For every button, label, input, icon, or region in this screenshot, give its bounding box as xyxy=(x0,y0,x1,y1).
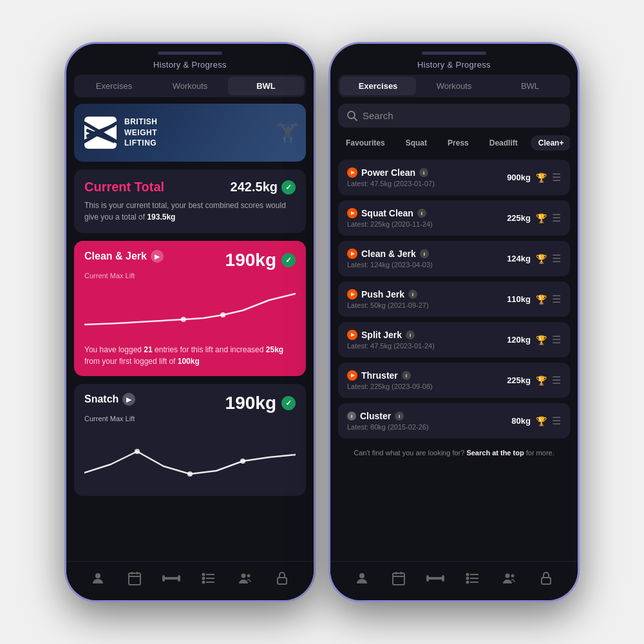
snatch-card: Snatch ▶ 190kg ✓ Current Max Lift xyxy=(74,384,306,496)
info-icon-push-jerk[interactable]: i xyxy=(408,290,417,299)
bwl-banner: BRITISH WEIGHT LIFTING 🏋️ xyxy=(74,104,306,162)
nav-person-left[interactable] xyxy=(89,569,107,587)
info-icon-clean-jerk[interactable]: i xyxy=(420,249,429,258)
svg-rect-34 xyxy=(442,575,444,582)
snatch-check-icon: ✓ xyxy=(281,396,296,410)
nav-barbell-left[interactable] xyxy=(162,569,180,587)
list-icon-cluster[interactable]: ☰ xyxy=(552,415,561,427)
play-icon-split-jerk[interactable]: ▶ xyxy=(347,330,357,340)
clean-jerk-name: Clean & Jerk ▶ xyxy=(84,250,164,263)
clean-jerk-arrow-icon[interactable]: ▶ xyxy=(151,250,164,263)
nav-list-right[interactable] xyxy=(464,569,482,587)
snatch-name: Snatch ▶ xyxy=(84,393,135,406)
notch-right xyxy=(330,44,578,57)
trophy-icon-cluster: 🏆 xyxy=(536,416,547,426)
nav-person-right[interactable] xyxy=(353,569,371,587)
exercise-name-power-clean: ▶ Power Clean i xyxy=(347,167,507,178)
play-icon-clean-jerk[interactable]: ▶ xyxy=(347,249,357,259)
play-icon-power-clean[interactable]: ▶ xyxy=(347,167,357,178)
exercise-item-power-clean: ▶ Power Clean i Latest: 47.5kg (2023-01-… xyxy=(338,160,570,195)
snatch-arrow-icon[interactable]: ▶ xyxy=(122,393,135,406)
info-icon-power-clean[interactable]: i xyxy=(419,168,428,177)
nav-list-left[interactable] xyxy=(200,569,218,587)
svg-point-3 xyxy=(181,317,186,322)
notch xyxy=(66,44,314,57)
filter-clean[interactable]: Clean+ xyxy=(531,135,570,151)
trophy-icon-squat-clean: 🏆 xyxy=(536,213,547,223)
bwl-logo xyxy=(84,117,117,149)
svg-point-22 xyxy=(241,574,245,578)
nav-lock-right[interactable] xyxy=(537,569,555,587)
clean-jerk-card: Clean & Jerk ▶ 190kg ✓ Current Max Lift xyxy=(74,241,306,376)
tab-exercises-right[interactable]: Exercises xyxy=(340,77,416,95)
exercise-latest-split-jerk: Latest: 47.5kg (2023-01-24) xyxy=(347,342,507,350)
list-icon-push-jerk[interactable]: ☰ xyxy=(552,293,561,305)
info-icon2-cluster[interactable]: i xyxy=(347,412,356,421)
info-icon-thruster[interactable]: i xyxy=(402,371,411,380)
clean-jerk-max: 190kg ✓ xyxy=(225,250,296,270)
info-icon-cluster[interactable]: i xyxy=(395,412,404,421)
trophy-icon-thruster: 🏆 xyxy=(536,375,547,386)
exercise-weight-cluster: 80kg xyxy=(511,416,531,426)
exercise-name-cluster: i Cluster i xyxy=(347,411,511,421)
filter-squat[interactable]: Squat xyxy=(398,135,435,151)
info-icon-split-jerk[interactable]: i xyxy=(406,330,415,339)
info-icon-squat-clean[interactable]: i xyxy=(417,209,426,218)
list-icon-squat-clean[interactable]: ☰ xyxy=(552,212,561,224)
tab-exercises-left[interactable]: Exercises xyxy=(76,77,152,95)
svg-point-41 xyxy=(505,574,509,578)
snatch-sub: Current Max Lift xyxy=(84,415,296,422)
nav-group-right[interactable] xyxy=(500,569,518,587)
screen-header-left: History & Progress xyxy=(66,57,314,75)
nav-lock-left[interactable] xyxy=(273,569,291,587)
current-total-value: 242.5kg ✓ xyxy=(231,180,296,194)
exercise-latest-clean-jerk: Latest: 124kg (2023-04-03) xyxy=(347,261,507,269)
search-icon xyxy=(347,111,357,121)
clean-jerk-desc: You have logged 21 entries for this lift… xyxy=(84,344,296,367)
svg-rect-32 xyxy=(428,577,443,580)
nav-calendar-left[interactable] xyxy=(126,569,144,587)
trophy-icon-split-jerk: 🏆 xyxy=(536,335,547,345)
screen-header-right: History & Progress xyxy=(330,57,578,75)
nav-barbell-right[interactable] xyxy=(426,569,444,587)
svg-rect-24 xyxy=(278,578,287,584)
list-icon-clean-jerk[interactable]: ☰ xyxy=(552,252,561,265)
exercise-list: ▶ Power Clean i Latest: 47.5kg (2023-01-… xyxy=(338,160,570,439)
bottom-nav-right xyxy=(330,561,578,600)
current-total-title: Current Total xyxy=(84,180,164,194)
play-icon-push-jerk[interactable]: ▶ xyxy=(347,289,357,299)
play-icon-thruster[interactable]: ▶ xyxy=(347,370,357,381)
play-icon-squat-clean[interactable]: ▶ xyxy=(347,208,357,218)
nav-calendar-right[interactable] xyxy=(390,569,408,587)
svg-point-21 xyxy=(202,582,204,583)
list-icon-split-jerk[interactable]: ☰ xyxy=(552,334,561,346)
bottom-nav-left xyxy=(66,561,314,600)
tab-bwl-left[interactable]: BWL xyxy=(228,77,304,95)
tab-workouts-left[interactable]: Workouts xyxy=(152,77,228,95)
svg-rect-13 xyxy=(164,577,179,580)
list-icon-power-clean[interactable]: ☰ xyxy=(552,171,561,184)
right-screen-content: Search Favourites Squat Press Deadlift C… xyxy=(330,104,578,561)
exercise-weight-split-jerk: 120kg xyxy=(507,335,531,345)
svg-rect-9 xyxy=(129,573,140,585)
bwl-brand-text: BRITISH WEIGHT LIFTING xyxy=(124,117,158,149)
left-screen-content: BRITISH WEIGHT LIFTING 🏋️ Current Total … xyxy=(66,104,314,504)
exercise-item-push-jerk: ▶ Push Jerk i Latest: 50kg (2021-09-27) … xyxy=(338,281,570,317)
filter-favourites[interactable]: Favourites xyxy=(338,135,393,151)
check-icon: ✓ xyxy=(281,180,296,194)
search-box[interactable]: Search xyxy=(338,104,570,128)
nav-group-left[interactable] xyxy=(236,569,254,587)
tab-bwl-right[interactable]: BWL xyxy=(492,77,568,95)
phones-container: History & Progress Exercises Workouts BW… xyxy=(64,42,580,602)
snatch-chart xyxy=(84,429,296,480)
svg-point-42 xyxy=(511,574,514,578)
trophy-icon-push-jerk: 🏆 xyxy=(536,294,547,305)
exercise-weight-squat-clean: 225kg xyxy=(507,213,531,223)
exercise-item-clean-jerk: ▶ Clean & Jerk i Latest: 124kg (2023-04-… xyxy=(338,241,570,276)
filter-press[interactable]: Press xyxy=(440,135,477,151)
list-icon-thruster[interactable]: ☰ xyxy=(552,374,561,386)
tab-workouts-right[interactable]: Workouts xyxy=(416,77,492,95)
exercise-latest-power-clean: Latest: 47.5kg (2023-01-07) xyxy=(347,180,507,187)
filter-deadlift[interactable]: Deadlift xyxy=(482,135,526,151)
bottom-hint: Can't find what you are looking for? Sea… xyxy=(338,439,570,468)
